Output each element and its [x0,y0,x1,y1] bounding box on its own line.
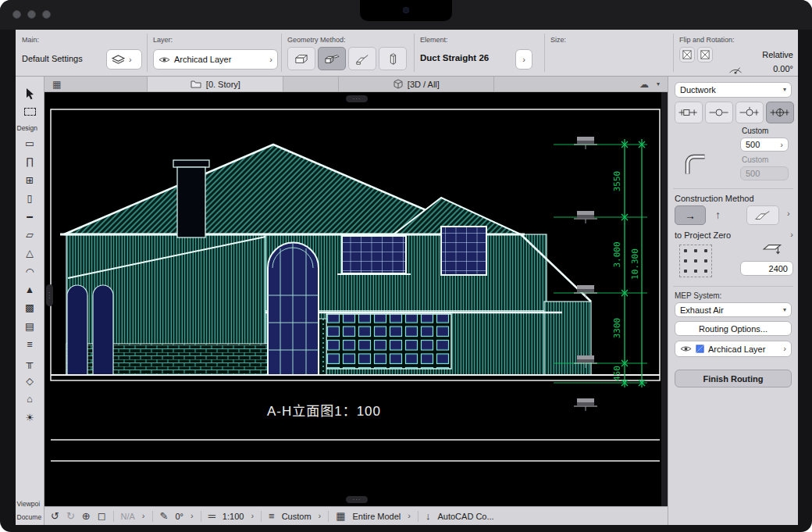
toolbox-section-document[interactable]: Docume [16,513,45,521]
geometry-chained-button[interactable] [318,47,346,70]
status-scale-value[interactable]: 1:100 [223,512,244,521]
route-slope-button[interactable] [746,205,779,225]
chevron-right-icon[interactable]: › [408,512,411,520]
chevron-right-icon[interactable]: › [790,230,793,239]
route-horizontal-button[interactable]: → [675,205,706,225]
mep-system-dropdown[interactable]: Exhaust Air ▾ [675,302,792,317]
chevron-right-icon[interactable]: › [251,512,254,520]
redo-icon[interactable]: ↻ [66,511,75,521]
drawing-title: A-H立面图1：100 [267,404,381,419]
default-settings-value[interactable]: Default Settings [22,54,83,63]
mirror-a-button[interactable] [679,47,695,62]
route-vertical-button[interactable]: ↑ [715,209,721,221]
status-model-value[interactable]: Entire Model [353,512,401,521]
duct-vertical-icon [385,52,401,66]
anchor-point-selector[interactable] [679,245,712,277]
duct-straight-icon [294,52,309,66]
layer-dropdown[interactable]: Archicad Layer › [153,49,278,70]
layer-section-label: Layer: [153,36,173,44]
pane-divider-handle-left[interactable]: ··· [46,284,53,306]
tab-story[interactable]: [0. Story] [147,77,283,91]
slab-tool[interactable]: ▱ [19,226,41,244]
favorites-button[interactable]: › [106,49,142,70]
marquee-tool[interactable] [19,102,41,120]
house-elevation [51,145,660,375]
arrow-tool[interactable] [19,84,41,102]
undo-icon[interactable]: ↺ [51,511,59,521]
roof-tool[interactable]: △ [19,244,41,262]
geometry-straight-button[interactable] [287,47,315,70]
chevron-right-icon[interactable]: › [142,512,145,520]
mesh-tool[interactable]: ▲ [19,280,41,298]
chevron-down-icon[interactable]: ▾ [657,77,668,91]
pane-divider-handle-bottom[interactable]: ··· [346,496,368,503]
custom-height-value: 500 [746,169,783,178]
shell-tool[interactable]: ◠ [19,262,41,280]
beam-tool[interactable]: ━ [19,207,41,225]
model-filter-icon[interactable]: ▦ [336,511,345,521]
zoom-in-icon[interactable]: ⊕ [82,511,91,521]
window-tool[interactable]: ⊞ [19,171,41,189]
status-angle-value[interactable]: 0° [175,512,183,521]
custom-width-field[interactable]: 500 › [740,137,789,152]
duct-rise-icon [354,52,370,66]
translator-icon[interactable]: ↓ [426,511,431,521]
curtain-wall-tool[interactable]: ▤ [19,317,41,335]
status-translator-value[interactable]: AutoCAD Co... [437,512,493,521]
morph-tool[interactable]: ◇ [19,372,41,390]
ruler-icon[interactable]: ═ [208,511,215,521]
toolbox-section-viewpoint[interactable]: Viewpoi [16,500,45,508]
segment-type-3-button[interactable] [735,102,764,123]
door-tool[interactable]: ∏ [19,152,41,170]
lamp-tool[interactable]: ☀ [19,409,41,427]
chevron-right-icon[interactable]: › [319,512,322,520]
finish-routing-label: Finish Routing [703,374,764,384]
canvas-scrollbar[interactable] [661,92,668,506]
railing-tool[interactable]: ╥ [19,353,41,371]
segment-type-2-button[interactable] [705,102,733,123]
chevron-down-icon: ▾ [783,307,786,313]
mep-system-label: MEP System: [675,291,721,300]
rotation-value[interactable]: 0.00° [773,64,793,73]
wall-tool[interactable]: ▭ [19,134,41,152]
finish-routing-button[interactable]: Finish Routing [675,370,792,387]
duct-elbow-icon[interactable] [684,153,707,177]
mep-type-dropdown[interactable]: Ductwork ▾ [675,82,792,98]
segment-type-1-button[interactable] [675,102,703,123]
segment-type-4-button[interactable] [766,102,794,123]
elevation-field[interactable]: 2400 [740,261,793,276]
pane-divider-handle-top[interactable]: ··· [346,95,368,102]
pen-set-icon[interactable]: ≡ [269,511,275,521]
tab-3d[interactable]: [3D / All] [338,77,494,91]
zoom-fit-icon[interactable]: ◻ [98,511,106,521]
mirror-icon [700,50,710,59]
chevron-right-icon[interactable]: › [191,512,194,520]
chevron-right-icon[interactable]: › [787,209,790,218]
chevron-right-icon: › [269,55,272,64]
object-tool[interactable]: ⌂ [19,390,41,408]
cloud-icon[interactable]: ☁ [632,77,657,91]
toolbox-section-design[interactable]: Design [16,124,45,132]
element-picker-button[interactable]: › [515,49,532,70]
close-button[interactable] [12,10,21,19]
drawing-canvas[interactable]: 3550 3.000 3300 450 10.300 A-H立面图1：100 ·… [45,92,668,506]
routing-options-button[interactable]: Routing Options... [675,321,792,336]
dim-450: 450 [612,366,622,381]
zoom-button[interactable] [42,10,51,19]
pen-icon[interactable]: ✎ [160,511,169,521]
custom-width-value: 500 [746,140,776,149]
minimize-button[interactable] [27,10,36,19]
construction-method-label: Construction Method [675,194,754,203]
relative-label[interactable]: Relative [762,50,793,59]
geometry-vertical-button[interactable] [379,47,407,70]
column-tool[interactable]: ▯ [19,189,41,207]
mirror-b-button[interactable] [697,47,713,62]
zone-tool[interactable]: ▩ [19,298,41,316]
geometry-rise-button[interactable] [348,47,376,70]
duct-chained-icon [324,52,340,66]
panel-layer-dropdown[interactable]: Archicad Layer › [675,341,792,357]
navigator-icon[interactable]: ▦ [45,77,69,91]
stair-tool[interactable]: ≡ [19,335,41,353]
status-penset-value[interactable]: Custom [282,512,312,521]
slab-offset-icon [762,242,784,256]
